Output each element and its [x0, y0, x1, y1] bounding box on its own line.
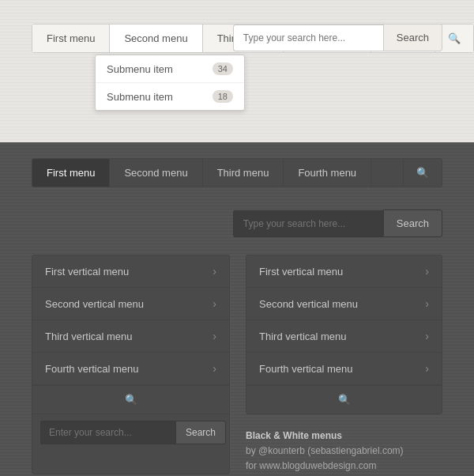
chevron-right-icon-3: › — [213, 330, 216, 342]
left-vmenu-label-3: Third vertical menu — [45, 331, 133, 342]
right-vmenu-search-icon: 🔍 — [338, 394, 351, 406]
dark-horizontal-menu: First menu Second menu Third menu Fourth… — [32, 158, 442, 187]
dark-search-row: Search — [32, 202, 442, 237]
right-chevron-icon-2: › — [425, 297, 429, 310]
attribution-title: Black & White menus — [246, 429, 442, 444]
left-vmenu-label-4: Fourth vertical menu — [45, 363, 139, 375]
light-search-row: Search — [233, 24, 442, 51]
dark-section: First menu Second menu Third menu Fourth… — [0, 142, 474, 476]
right-vmenu-item-3[interactable]: Third vertical menu › — [246, 320, 442, 353]
right-vmenu-item-1[interactable]: First vertical menu › — [246, 255, 442, 288]
left-vmenu-search-button[interactable]: Search — [175, 421, 226, 444]
right-chevron-icon-1: › — [425, 265, 429, 278]
attribution-line2: by @kounterb (sebastiengabriel.com) — [246, 444, 442, 459]
right-column: First vertical menu › Second vertical me… — [246, 255, 442, 474]
left-vmenu-search-icon: 🔍 — [125, 394, 137, 406]
chevron-right-icon-1: › — [213, 265, 216, 278]
dark-search-input[interactable] — [233, 210, 383, 237]
left-vmenu-search-row: Search — [32, 414, 229, 452]
right-vmenu-search-icon-row[interactable]: 🔍 — [246, 385, 442, 414]
vertical-menus-row: First vertical menu › Second vertical me… — [32, 255, 442, 474]
dark-menu-item-4[interactable]: Fourth menu — [284, 159, 371, 187]
light-section: First menu Second menu Third menu Fourth… — [0, 0, 474, 142]
light-menu-item-1[interactable]: First menu — [32, 25, 110, 52]
right-vmenu-label-3: Third vertical menu — [259, 331, 347, 342]
dropdown-item-1[interactable]: Submenu item 34 — [96, 55, 244, 83]
light-menu-item-2[interactable]: Second menu — [110, 25, 202, 52]
left-vmenu-search-input[interactable] — [40, 421, 175, 444]
dark-search-button[interactable]: Search — [383, 210, 442, 237]
right-chevron-icon-3: › — [425, 330, 429, 342]
attribution-line3: for www.blogduwebdesign.com — [246, 459, 442, 474]
dropdown-item-label-2: Submenu item — [107, 91, 173, 103]
dropdown-item-label-1: Submenu item — [107, 63, 173, 75]
dark-menu-item-1[interactable]: First menu — [32, 159, 110, 187]
light-search-button[interactable]: Search — [383, 24, 442, 51]
right-vmenu-label-1: First vertical menu — [259, 266, 343, 278]
right-vertical-menu: First vertical menu › Second vertical me… — [246, 255, 442, 414]
dark-menu-search-btn[interactable]: 🔍 — [403, 159, 442, 187]
dark-menu-item-2[interactable]: Second menu — [110, 159, 202, 187]
left-vmenu-item-2[interactable]: Second vertical menu › — [32, 288, 229, 320]
right-vmenu-item-2[interactable]: Second vertical menu › — [246, 288, 442, 320]
right-vmenu-label-4: Fourth vertical menu — [259, 363, 353, 375]
dropdown-badge-1: 34 — [213, 62, 233, 75]
chevron-right-icon-4: › — [213, 362, 216, 375]
left-vmenu-item-4[interactable]: Fourth vertical menu › — [32, 353, 229, 385]
chevron-right-icon-2: › — [213, 297, 216, 310]
search-icon: 🔍 — [448, 32, 461, 44]
left-vmenu-label-2: Second vertical menu — [45, 298, 144, 310]
dropdown-menu: Submenu item 34 Submenu item 18 — [95, 55, 245, 111]
dark-search-wrapper: Search — [32, 210, 442, 237]
dropdown-item-2[interactable]: Submenu item 18 — [96, 83, 244, 110]
light-search-input[interactable] — [233, 25, 383, 51]
dropdown-badge-2: 18 — [213, 90, 233, 103]
left-vertical-menu: First vertical menu › Second vertical me… — [32, 255, 230, 474]
attribution-block: Black & White menus by @kounterb (sebast… — [246, 429, 442, 474]
dark-search-icon: 🔍 — [416, 167, 429, 179]
right-vmenu-item-4[interactable]: Fourth vertical menu › — [246, 353, 442, 385]
dark-nav-row: First menu Second menu Third menu Fourth… — [32, 158, 442, 187]
light-nav-row: First menu Second menu Third menu Fourth… — [32, 24, 442, 53]
left-vmenu-item-3[interactable]: Third vertical menu › — [32, 320, 229, 353]
left-vmenu-item-1[interactable]: First vertical menu › — [32, 255, 229, 288]
dark-menu-item-3[interactable]: Third menu — [203, 159, 284, 187]
right-vmenu-label-2: Second vertical menu — [259, 298, 358, 310]
left-vmenu-search-icon-row[interactable]: 🔍 — [32, 385, 229, 414]
right-chevron-icon-4: › — [425, 362, 429, 375]
left-vmenu-label-1: First vertical menu — [45, 266, 129, 278]
